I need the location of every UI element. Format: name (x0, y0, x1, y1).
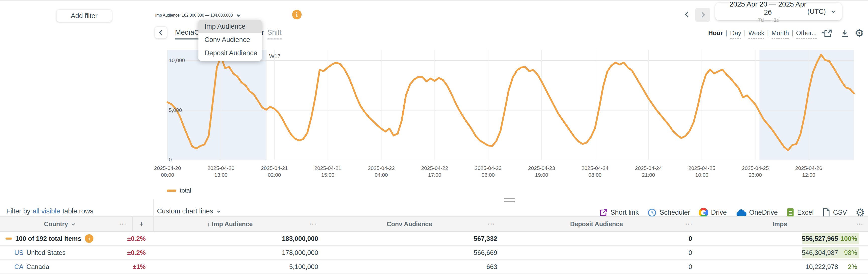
tabs-back-button[interactable] (155, 27, 167, 38)
clock-icon (647, 208, 657, 217)
x-axis-label: 2025-04-2102:00 (244, 165, 304, 178)
custom-chart-lines-label: Custom chart lines (157, 208, 213, 215)
x-axis-label: 2025-04-2408:00 (565, 165, 625, 178)
csv-label: CSV (833, 209, 847, 216)
row-total-label: 100 of 192 total items (15, 235, 82, 243)
table-row[interactable]: CA Canada ±1% 5,100,000 663 0 10,222,978… (0, 260, 868, 274)
date-next-button[interactable] (695, 8, 710, 22)
x-axis-label: 2025-04-2510:00 (672, 165, 732, 178)
margin-cell: ±1% (95, 260, 146, 274)
conv-audience-cell: 663 (397, 260, 497, 274)
granularity-day[interactable]: Day (730, 29, 741, 39)
column-more-icon[interactable]: ··· (306, 217, 321, 231)
drive-button[interactable]: Drive (699, 208, 727, 217)
dashboard-root: Add filter Imp Audience: 182,000,000 — 1… (0, 0, 868, 274)
time-series-chart[interactable]: W17 (154, 49, 868, 164)
chart-legend: total (167, 187, 191, 194)
menu-item-deposit-audience[interactable]: Deposit Audience (198, 47, 262, 60)
date-prev-button[interactable] (683, 10, 692, 19)
imps-percent-cell: 98% (840, 246, 857, 259)
metric-dropdown-menu: Imp Audience Conv Audience Deposit Audie… (198, 20, 262, 61)
menu-item-conv-audience[interactable]: Conv Audience (198, 33, 262, 47)
imps-cell: 10,222,978 (763, 260, 838, 274)
granularity-other[interactable]: Other... (796, 29, 817, 39)
csv-button[interactable]: CSV (822, 208, 847, 217)
y-axis-label: 0 (169, 157, 172, 163)
column-divider (153, 217, 154, 232)
date-range-display: 2025 Apr 20 — 2025 Apr 26 -7d — -1d (728, 0, 807, 23)
x-axis-label: 2025-04-2000:00 (137, 165, 198, 178)
download-icon[interactable] (840, 28, 850, 38)
x-axis-label: 2025-04-2217:00 (405, 165, 465, 178)
column-more-icon[interactable]: ··· (116, 217, 131, 231)
column-header-conv-audience[interactable]: Conv Audience (374, 217, 444, 231)
tab-shift[interactable]: Shift (268, 28, 282, 39)
imps-cell: 556,527,965 (763, 232, 838, 245)
open-in-new-icon[interactable] (823, 28, 833, 38)
country-name: Canada (26, 263, 49, 271)
add-filter-button[interactable]: Add filter (57, 10, 112, 22)
granularity-hour[interactable]: Hour (708, 29, 723, 37)
chevron-down-icon (235, 11, 243, 19)
country-name: United States (26, 249, 66, 257)
info-icon[interactable]: i (85, 234, 93, 243)
table-row-total[interactable]: 100 of 192 total items i ±0.2% 183,000,0… (0, 232, 868, 246)
deposit-audience-cell: 0 (592, 260, 692, 274)
drive-label: Drive (711, 209, 727, 216)
csv-file-icon (822, 208, 830, 217)
date-range-relative: -7d — -1d (728, 17, 807, 23)
granularity-week[interactable]: Week (748, 29, 764, 39)
column-more-icon[interactable]: ··· (682, 217, 697, 231)
column-header-deposit-audience[interactable]: Deposit Audience (555, 217, 638, 231)
metric-selector[interactable]: Imp Audience: 182,000,000 — 184,000,000 (155, 10, 243, 20)
imps-cell: 546,304,987 (763, 246, 838, 259)
table-row[interactable]: US United States ±0.2% 178,000,000 566,6… (0, 246, 868, 260)
gear-icon[interactable]: ⚙ (855, 27, 864, 39)
x-axis-label: 2025-04-2319:00 (512, 165, 571, 178)
margin-cell: ±0.2% (95, 232, 146, 245)
excel-button[interactable]: Excel (786, 208, 814, 217)
onedrive-cloud-icon (735, 209, 746, 217)
series-swatch-icon (5, 238, 12, 240)
conv-audience-cell: 566,669 (397, 246, 497, 259)
filter-by-prefix: Filter by (6, 208, 30, 215)
conv-audience-cell: 567,332 (397, 232, 497, 245)
x-axis-label: 2025-04-2421:00 (618, 165, 679, 178)
column-more-icon[interactable]: ··· (852, 217, 868, 231)
chevron-down-icon (829, 7, 837, 16)
custom-chart-lines-button[interactable]: Custom chart lines (157, 208, 222, 218)
imps-percent-cell: 2% (840, 260, 857, 274)
filter-by-link[interactable]: all visible (33, 208, 60, 217)
column-more-icon[interactable]: ··· (484, 217, 499, 231)
granularity-switcher: Hour | Day | Week | Month | Other... (708, 29, 827, 39)
short-link-icon (599, 208, 608, 217)
tab-media-cost[interactable]: MediaC (175, 28, 199, 39)
menu-item-imp-audience[interactable]: Imp Audience (198, 20, 262, 33)
short-link-label: Short link (611, 209, 639, 216)
x-axis-label: 2025-04-2013:00 (191, 165, 251, 178)
deposit-audience-cell: 0 (592, 246, 692, 259)
onedrive-button[interactable]: OneDrive (735, 209, 778, 217)
scheduler-button[interactable]: Scheduler (647, 208, 690, 217)
imps-percent-cell: 100% (840, 232, 857, 245)
resize-drag-handle[interactable] (504, 198, 515, 203)
short-link-button[interactable]: Short link (599, 208, 639, 217)
excel-file-icon (786, 208, 795, 217)
granularity-month[interactable]: Month (772, 29, 789, 39)
legend-label-total: total (180, 187, 191, 194)
metric-selector-label: Imp Audience: 182,000,000 — 184,000,000 (155, 13, 233, 18)
separator: | (725, 29, 727, 37)
column-header-imps[interactable]: Imps (764, 217, 796, 231)
y-axis-label: 10,000 (169, 57, 185, 63)
column-header-imp-audience[interactable]: ↓ Imp Audience (191, 217, 269, 231)
filter-by-rows: Filter by all visible table rows (6, 208, 93, 217)
add-column-button[interactable]: + (134, 217, 149, 231)
date-range-picker[interactable]: 2025 Apr 20 — 2025 Apr 26 -7d — -1d (UTC… (715, 3, 842, 20)
deposit-audience-cell: 0 (592, 232, 692, 245)
column-header-country[interactable]: Country (35, 217, 85, 231)
separator: | (767, 29, 769, 37)
info-icon[interactable]: i (292, 10, 302, 19)
separator: | (792, 29, 794, 37)
imp-audience-cell: 178,000,000 (218, 246, 318, 259)
margin-cell: ±0.2% (95, 246, 146, 259)
